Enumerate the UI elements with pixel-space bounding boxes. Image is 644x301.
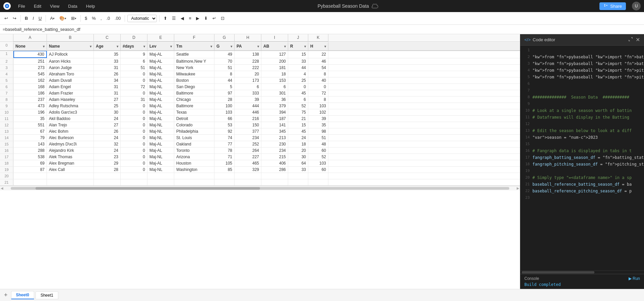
- cell-J-4[interactable]: 4: [288, 71, 308, 77]
- cell-E-6[interactable]: Maj-NL: [147, 84, 174, 90]
- cell-G-20[interactable]: [214, 173, 235, 179]
- wrap-button[interactable]: ↵: [211, 15, 218, 22]
- table-row[interactable]: 21: [0, 179, 520, 186]
- cell-K-10[interactable]: 102: [308, 109, 328, 115]
- cell-G-16[interactable]: 78: [214, 147, 235, 154]
- cell-F-18[interactable]: Houston: [174, 160, 214, 166]
- tab-sheet0[interactable]: Sheet0: [11, 291, 34, 299]
- cell-E-4[interactable]: Maj-NL: [147, 71, 174, 77]
- col-header-name[interactable]: Name ▾: [47, 42, 94, 50]
- cell-F-8[interactable]: Chicago: [174, 97, 214, 103]
- cell-G-5[interactable]: 44: [214, 77, 235, 83]
- cell-A-19[interactable]: 87: [13, 167, 47, 173]
- cell-J-16[interactable]: 20: [288, 147, 308, 154]
- col-header-none[interactable]: None ▾: [13, 42, 47, 50]
- menu-edit[interactable]: Edit: [33, 3, 43, 9]
- cell-B-11[interactable]: Akil Baddoo: [47, 116, 94, 122]
- col-header-age[interactable]: Age ▾: [94, 42, 121, 50]
- cell-C-3[interactable]: 31: [94, 65, 121, 71]
- cell-I-16[interactable]: 234: [261, 147, 288, 154]
- cell-H-19[interactable]: 329: [235, 167, 261, 173]
- cell-B-2[interactable]: Aaron Hicks: [47, 58, 94, 64]
- cell-C-19[interactable]: 28: [94, 167, 121, 173]
- cell-D-7[interactable]: 0: [121, 90, 147, 96]
- spreadsheet[interactable]: A B C D E F G H I J K 0 None ▾ Na: [0, 34, 520, 289]
- cell-H-9[interactable]: 444: [235, 103, 261, 109]
- cell-H-3[interactable]: 222: [235, 65, 261, 71]
- cell-I-11[interactable]: 187: [261, 116, 288, 122]
- line-content[interactable]: "kw">from "fn">pybaseball "kw">import "f…: [532, 67, 644, 74]
- cell-I-12[interactable]: 141: [261, 122, 288, 128]
- expand-editor-button[interactable]: [628, 36, 634, 43]
- cell-F-12[interactable]: Colorado: [174, 122, 214, 128]
- table-row[interactable]: 17538Alek Thomas230Maj-NLArizona71227215…: [0, 154, 520, 160]
- cell-D-3[interactable]: 51: [121, 65, 147, 71]
- cell-G-9[interactable]: 100: [214, 103, 235, 109]
- table-row[interactable]: 20: [0, 173, 520, 179]
- col-header-pa[interactable]: PA ▾: [235, 42, 261, 50]
- cell-B-13[interactable]: Alec Bohm: [47, 128, 94, 134]
- table-row[interactable]: 5162Adam Duvall340Maj-ALBoston4417315325…: [0, 77, 520, 84]
- italic-button[interactable]: I: [31, 15, 36, 22]
- merge-button[interactable]: ⊡: [219, 15, 226, 22]
- cell-H-2[interactable]: 228: [235, 58, 261, 64]
- line-content[interactable]: # Simply type "=<dataframe name>" in a s…: [532, 174, 632, 181]
- table-row[interactable]: 1987Alex Call280Maj-NLWashington85329286…: [0, 167, 520, 173]
- cell-D-9[interactable]: 0: [121, 103, 147, 109]
- cell-F-11[interactable]: Detroit: [174, 116, 214, 122]
- cell-E-21[interactable]: [147, 179, 174, 185]
- cell-J-11[interactable]: 21: [288, 116, 308, 122]
- h-scrollbar-drag[interactable]: [36, 187, 260, 190]
- cell-A-18[interactable]: 69: [13, 160, 47, 166]
- line-content[interactable]: fangraph_batting_season_df = "fn">battin…: [532, 154, 644, 161]
- cell-C-12[interactable]: 27: [94, 122, 121, 128]
- cell-K-8[interactable]: 8: [308, 97, 328, 103]
- cell-G-19[interactable]: 85: [214, 167, 235, 173]
- table-row[interactable]: 1367Alec Bohm260Maj-NLPhiladelphia923773…: [0, 128, 520, 135]
- align-left-button[interactable]: ◀: [179, 15, 186, 22]
- cell-F-10[interactable]: Texas: [174, 109, 214, 115]
- cell-E-9[interactable]: Maj-AL: [147, 103, 174, 109]
- cell-G-14[interactable]: 74: [214, 135, 235, 141]
- code-content[interactable]: 12"kw">from "fn">pybaseball "kw">import …: [520, 46, 644, 270]
- table-row[interactable]: 3273Aaron Judge3151Maj-ALNew York5122218…: [0, 65, 520, 71]
- cell-I-2[interactable]: 200: [261, 58, 288, 64]
- cell-A-17[interactable]: 538: [13, 154, 47, 160]
- cell-C-10[interactable]: 30: [94, 109, 121, 115]
- cell-C-6[interactable]: 31: [94, 84, 121, 90]
- align-middle-button[interactable]: ☰: [170, 15, 178, 22]
- cell-B-15[interactable]: Aledmys D\xc3\: [47, 141, 94, 147]
- cell-H-15[interactable]: 252: [235, 141, 261, 147]
- cell-F-5[interactable]: Boston: [174, 77, 214, 83]
- cell-A-14[interactable]: 79: [13, 135, 47, 141]
- cell-J-6[interactable]: 0: [288, 84, 308, 90]
- cell-E-16[interactable]: Maj-AL: [147, 147, 174, 154]
- cell-A-21[interactable]: [13, 179, 47, 185]
- cell-D-10[interactable]: 0: [121, 109, 147, 115]
- cell-I-9[interactable]: 379: [261, 103, 288, 109]
- line-content[interactable]: "kw">from "fn">pybaseball "kw">import "f…: [532, 54, 644, 60]
- cell-G-15[interactable]: 77: [214, 141, 235, 147]
- cell-J-8[interactable]: 6: [288, 97, 308, 103]
- h-scrollbar[interactable]: ◀ ▶: [0, 186, 520, 190]
- cell-K-15[interactable]: 48: [308, 141, 328, 147]
- cell-B-16[interactable]: Alejandro Kirk: [47, 147, 94, 154]
- cell-H-11[interactable]: 216: [235, 116, 261, 122]
- align-bottom-button[interactable]: ⬇: [202, 15, 209, 22]
- cell-I-15[interactable]: 230: [261, 141, 288, 147]
- bold-button[interactable]: B: [23, 15, 29, 22]
- line-content[interactable]: # Dataframes will display in the Batting: [532, 114, 629, 121]
- cell-D-21[interactable]: [121, 179, 147, 185]
- cell-K-11[interactable]: 39: [308, 116, 328, 122]
- cell-J-13[interactable]: 45: [288, 128, 308, 134]
- cell-B-8[interactable]: Adam Haseley: [47, 97, 94, 103]
- app-logo[interactable]: [3, 2, 11, 10]
- cell-J-18[interactable]: 64: [288, 160, 308, 166]
- cell-I-10[interactable]: 394: [261, 109, 288, 115]
- align-top-button[interactable]: ⬆: [162, 15, 169, 22]
- cell-F-3[interactable]: New York: [174, 65, 214, 71]
- cell-E-8[interactable]: Maj-AL: [147, 97, 174, 103]
- cell-I-17[interactable]: 215: [261, 154, 288, 160]
- underline-button[interactable]: U: [37, 15, 43, 22]
- cell-G-11[interactable]: 66: [214, 116, 235, 122]
